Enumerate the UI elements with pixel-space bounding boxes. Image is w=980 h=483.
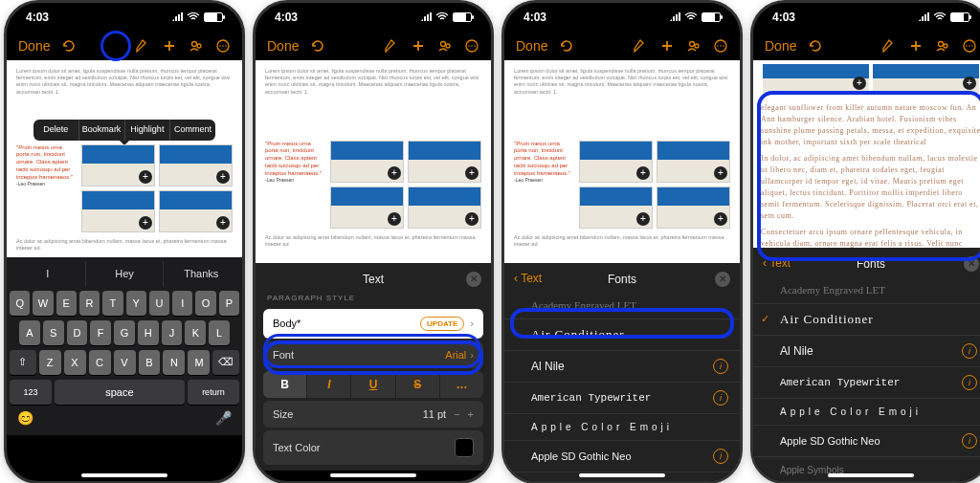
key-shift[interactable]: ⇧ xyxy=(10,350,36,375)
key-f[interactable]: F xyxy=(90,320,111,345)
more-format-button[interactable]: … xyxy=(440,371,483,398)
font-item-al-nile[interactable]: Al Nilei xyxy=(753,336,980,367)
add-overlay-icon[interactable]: + xyxy=(139,170,152,184)
key-q[interactable]: Q xyxy=(10,291,30,316)
done-button[interactable]: Done xyxy=(765,38,796,54)
image-thumb[interactable]: + xyxy=(873,64,979,93)
font-item-air-conditioner[interactable]: ✓Air Conditioner xyxy=(753,304,980,336)
key-r[interactable]: R xyxy=(79,291,100,316)
document-area[interactable]: + + elegant sunflower from killer autumn… xyxy=(753,60,980,248)
add-icon[interactable] xyxy=(411,38,426,54)
key-o[interactable]: O xyxy=(195,291,215,316)
strike-button[interactable]: S xyxy=(396,371,439,398)
done-button[interactable]: Done xyxy=(18,38,50,54)
popup-delete[interactable]: Delete xyxy=(33,120,79,141)
image-thumb[interactable]: + xyxy=(408,187,481,229)
add-overlay-icon[interactable]: + xyxy=(216,170,230,184)
collab-icon[interactable] xyxy=(935,38,950,54)
collab-icon[interactable] xyxy=(189,38,204,54)
font-row[interactable]: Font Arial› xyxy=(263,341,483,368)
key-c[interactable]: C xyxy=(89,350,111,375)
add-overlay-icon[interactable]: + xyxy=(216,216,230,230)
more-icon[interactable] xyxy=(962,38,977,54)
key-j[interactable]: J xyxy=(162,320,183,345)
close-icon[interactable]: ✕ xyxy=(466,272,481,287)
undo-icon[interactable] xyxy=(559,38,574,54)
key-y[interactable]: Y xyxy=(126,291,146,316)
font-item-academy-engraved-let[interactable]: Academy Engraved LET xyxy=(504,292,740,319)
collab-icon[interactable] xyxy=(686,38,702,54)
font-item-air-conditioner[interactable]: Air Conditioner xyxy=(504,319,740,351)
key-d[interactable]: D xyxy=(67,320,88,345)
key-g[interactable]: G xyxy=(114,320,135,345)
collab-icon[interactable] xyxy=(437,38,453,54)
key-space[interactable]: space xyxy=(55,380,185,405)
document-area[interactable]: Lorem ipsum dolor sit amet, ligula suspe… xyxy=(7,60,242,257)
back-button[interactable]: ‹ Text xyxy=(763,256,791,270)
italic-button[interactable]: I xyxy=(307,371,350,398)
close-icon[interactable]: ✕ xyxy=(715,272,730,287)
info-icon[interactable]: i xyxy=(713,359,728,374)
image-thumb[interactable]: + xyxy=(579,141,653,183)
popup-highlight[interactable]: Highlight xyxy=(125,120,171,141)
prediction-1[interactable]: I xyxy=(10,261,86,286)
key-z[interactable]: Z xyxy=(39,350,61,375)
font-item-american-typewriter[interactable]: American Typewriteri xyxy=(753,367,980,399)
home-indicator[interactable] xyxy=(828,473,914,477)
key-delete[interactable]: ⌫ xyxy=(212,350,239,375)
bold-button[interactable]: B xyxy=(263,371,306,398)
image-thumb[interactable]: + xyxy=(657,187,730,229)
more-icon[interactable] xyxy=(464,38,479,54)
key-k[interactable]: K xyxy=(185,320,206,345)
info-icon[interactable]: i xyxy=(962,433,977,449)
undo-icon[interactable] xyxy=(808,38,823,54)
prediction-2[interactable]: Hey xyxy=(86,261,163,286)
image-thumb-3[interactable]: + xyxy=(81,190,155,232)
key-return[interactable]: return xyxy=(188,380,239,405)
key-v[interactable]: V xyxy=(114,350,136,375)
document-area[interactable]: Lorem ipsum dolor sit amet, ligula suspe… xyxy=(256,60,491,263)
key-l[interactable]: L xyxy=(209,320,230,345)
font-list[interactable]: Academy Engraved LET✓Air ConditionerAl N… xyxy=(753,274,980,484)
font-item-academy-engraved-let[interactable]: Academy Engraved LET xyxy=(753,276,980,304)
body-style-row[interactable]: Body* UPDATE › xyxy=(263,309,483,339)
back-button[interactable]: ‹ Text xyxy=(514,272,542,285)
image-thumb[interactable]: + xyxy=(330,141,404,183)
close-icon[interactable]: ✕ xyxy=(964,256,979,272)
key-i[interactable]: I xyxy=(172,291,192,316)
info-icon[interactable]: i xyxy=(962,343,977,359)
font-item-apple-color-emoji[interactable]: Apple Color Emoji xyxy=(753,399,980,426)
mic-icon[interactable]: 🎤 xyxy=(215,410,232,426)
add-icon[interactable] xyxy=(162,38,177,54)
key-a[interactable]: A xyxy=(19,320,40,345)
document-area[interactable]: Lorem ipsum dolor sit amet, ligula suspe… xyxy=(504,60,740,263)
key-b[interactable]: B xyxy=(139,350,161,375)
image-thumb-2[interactable]: + xyxy=(159,144,233,187)
size-increment[interactable]: + xyxy=(468,408,474,420)
font-list[interactable]: Academy Engraved LETAir ConditionerAl Ni… xyxy=(504,290,740,484)
brush-icon[interactable] xyxy=(881,38,897,54)
key-e[interactable]: E xyxy=(56,291,77,316)
popup-bookmark[interactable]: Bookmark xyxy=(79,120,125,141)
key-s[interactable]: S xyxy=(43,320,64,345)
image-thumb[interactable]: + xyxy=(657,141,730,183)
image-thumb[interactable]: + xyxy=(408,141,481,183)
more-icon[interactable] xyxy=(713,38,728,54)
key-123[interactable]: 123 xyxy=(10,380,52,405)
home-indicator[interactable] xyxy=(579,473,665,477)
key-w[interactable]: W xyxy=(33,291,53,316)
font-item-al-nile[interactable]: Al Nilei xyxy=(504,351,740,383)
image-thumb[interactable]: + xyxy=(579,187,653,229)
home-indicator[interactable] xyxy=(81,473,167,477)
undo-icon[interactable] xyxy=(310,38,325,54)
size-decrement[interactable]: − xyxy=(454,408,459,420)
add-icon[interactable] xyxy=(908,38,924,54)
image-thumb[interactable]: + xyxy=(330,187,404,229)
info-icon[interactable]: i xyxy=(962,375,977,390)
text-color-row[interactable]: Text Color xyxy=(263,430,483,465)
undo-icon[interactable] xyxy=(61,38,77,54)
info-icon[interactable]: i xyxy=(713,390,728,406)
more-icon[interactable] xyxy=(215,38,231,54)
size-row[interactable]: Size 11 pt − + xyxy=(263,401,483,428)
done-button[interactable]: Done xyxy=(516,38,547,54)
